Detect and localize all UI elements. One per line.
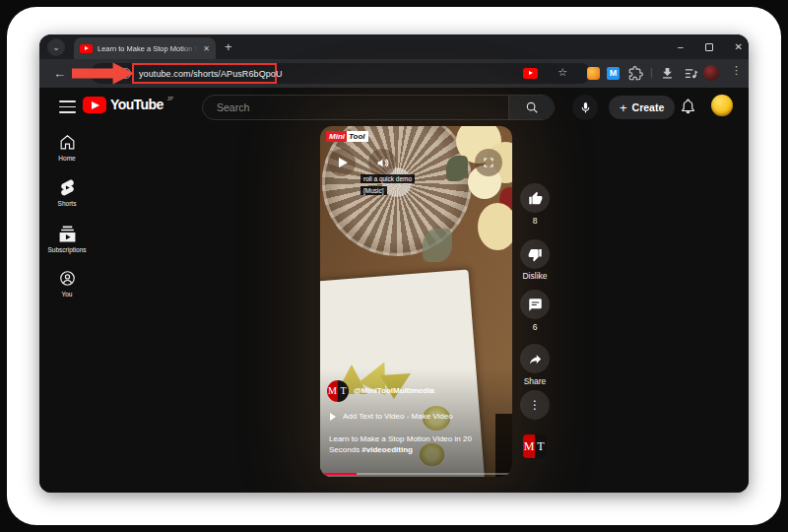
search-icon	[525, 100, 539, 114]
tab-search-button[interactable]: ⌄	[47, 38, 65, 56]
video-title[interactable]: Learn to Make a Stop Motion Video in 20 …	[329, 433, 500, 455]
downloads-icon[interactable]	[660, 66, 675, 81]
comment-count: 6	[510, 322, 559, 332]
dots-vertical-icon: ⋮	[529, 399, 541, 411]
toolbar-separator: |	[650, 66, 653, 78]
thumbs-down-icon	[528, 247, 543, 262]
video-eucalyptus	[423, 229, 452, 262]
create-button[interactable]: + Create	[609, 96, 675, 119]
thumbs-up-icon	[528, 191, 543, 206]
channel-handle[interactable]: @MiniToolMultimedia	[354, 386, 434, 395]
video-leaves	[446, 156, 468, 181]
sidebar-label: Shorts	[39, 200, 95, 207]
video-progress-bar[interactable]	[323, 473, 509, 476]
video-footer-gradient	[320, 368, 512, 477]
fullscreen-button[interactable]	[475, 149, 502, 176]
dislike-label: Dislike	[510, 271, 559, 281]
share-label: Share	[510, 376, 559, 386]
video-hashtag[interactable]: #videoediting	[361, 445, 413, 454]
registered-mark: ®	[369, 131, 372, 142]
media-control-icon[interactable]	[684, 66, 698, 81]
volume-icon	[376, 157, 389, 169]
back-button[interactable]: ←	[53, 66, 66, 81]
volume-button[interactable]	[368, 149, 396, 176]
shorts-icon	[58, 178, 77, 197]
browser-titlebar: ⌄ Learn to Make a Stop Motion V ✕ + – ✕	[39, 34, 749, 59]
address-bar[interactable]: ⇄ youtube.com/shorts/APusR6bQpoU ☆	[91, 63, 591, 84]
browser-tab[interactable]: Learn to Make a Stop Motion V ✕	[74, 37, 216, 59]
maximize-button[interactable]	[705, 43, 713, 51]
extensions-puzzle-icon[interactable]	[628, 66, 643, 81]
play-button[interactable]	[328, 149, 356, 176]
share-icon	[528, 352, 543, 366]
account-avatar[interactable]	[711, 95, 733, 116]
tab-close-icon[interactable]: ✕	[203, 44, 210, 53]
youtube-logo[interactable]: YouTube JP	[83, 97, 173, 113]
video-caption-line2: [Music]	[361, 187, 387, 194]
extension-mail-icon[interactable]: M	[607, 67, 620, 80]
url-text[interactable]: youtube.com/shorts/APusR6bQpoU	[139, 69, 283, 79]
like-count: 8	[510, 216, 559, 226]
browser-menu-icon[interactable]: ⋮	[731, 64, 742, 77]
voice-search-button[interactable]	[572, 95, 598, 120]
search-input[interactable]	[203, 96, 508, 119]
youtube-favicon-icon	[80, 44, 93, 53]
tab-title: Learn to Make a Stop Motion V	[98, 44, 198, 53]
youtube-page: YouTube JP + Create	[39, 88, 749, 493]
url-highlight-box: youtube.com/shorts/APusR6bQpoU	[132, 63, 277, 84]
sound-attribution[interactable]: Add Text to Video - Make Video	[330, 412, 453, 421]
new-tab-button[interactable]: +	[225, 38, 232, 55]
bookmark-star-icon[interactable]: ☆	[558, 66, 567, 79]
comment-icon	[528, 298, 543, 312]
subscriptions-icon	[58, 225, 77, 243]
create-label: Create	[632, 101, 665, 113]
bell-icon	[680, 98, 696, 114]
comments-button[interactable]	[520, 290, 550, 319]
sidebar-label: Subscriptions	[39, 246, 95, 253]
minitool-watermark: Mini Tool ®	[326, 131, 372, 142]
search-button[interactable]	[508, 96, 554, 119]
channel-avatar[interactable]: M T	[327, 380, 349, 402]
extension-orange-icon[interactable]	[587, 67, 600, 80]
notifications-button[interactable]	[680, 98, 696, 114]
video-caption-line1: roll a quick demo	[361, 175, 415, 182]
chevron-down-icon: ⌄	[52, 43, 60, 52]
window-controls: – ✕	[678, 34, 743, 59]
sidebar-item-subscriptions[interactable]: Subscriptions	[39, 225, 95, 253]
youtube-address-icon[interactable]	[523, 68, 538, 79]
close-window-button[interactable]: ✕	[735, 42, 743, 52]
video-progress-fill	[323, 473, 357, 476]
sound-play-icon	[330, 413, 336, 421]
more-actions-button[interactable]: ⋮	[520, 390, 550, 420]
watermark-mini: Mini	[326, 131, 347, 142]
sound-title: Add Text to Video - Make Video	[343, 412, 453, 421]
browser-window: ⌄ Learn to Make a Stop Motion V ✕ + – ✕ …	[39, 34, 749, 493]
play-icon	[339, 158, 348, 167]
home-icon	[58, 133, 77, 152]
watermark-tool: Tool	[347, 131, 368, 142]
sidebar-label: Home	[39, 155, 95, 162]
minimize-button[interactable]: –	[678, 42, 684, 52]
youtube-play-icon	[83, 97, 106, 113]
menu-hamburger-icon[interactable]	[59, 100, 76, 113]
like-button[interactable]	[520, 183, 550, 213]
youtube-logo-text: YouTube	[110, 97, 164, 113]
dislike-button[interactable]	[520, 239, 550, 269]
sidebar-item-shorts[interactable]: Shorts	[39, 178, 95, 207]
browser-toolbar: ← ⇄ youtube.com/shorts/APusR6bQpoU ☆ M |	[39, 59, 749, 88]
browser-profile-avatar[interactable]	[703, 65, 719, 81]
sidebar-item-you[interactable]: You	[39, 269, 95, 298]
youtube-country-code: JP	[167, 96, 173, 101]
you-icon	[58, 269, 77, 288]
rail-channel-avatar[interactable]: M T	[523, 434, 547, 458]
plus-icon: +	[620, 101, 627, 114]
sidebar-label: You	[39, 291, 95, 298]
sidebar-item-home[interactable]: Home	[39, 133, 95, 162]
video-rose	[478, 203, 512, 250]
mic-icon	[579, 101, 592, 114]
shorts-video-player[interactable]: Mini Tool ® roll a quick demo [Music]	[320, 126, 512, 477]
fullscreen-icon	[483, 157, 494, 168]
search-bar	[202, 95, 555, 120]
share-button[interactable]	[520, 344, 550, 373]
